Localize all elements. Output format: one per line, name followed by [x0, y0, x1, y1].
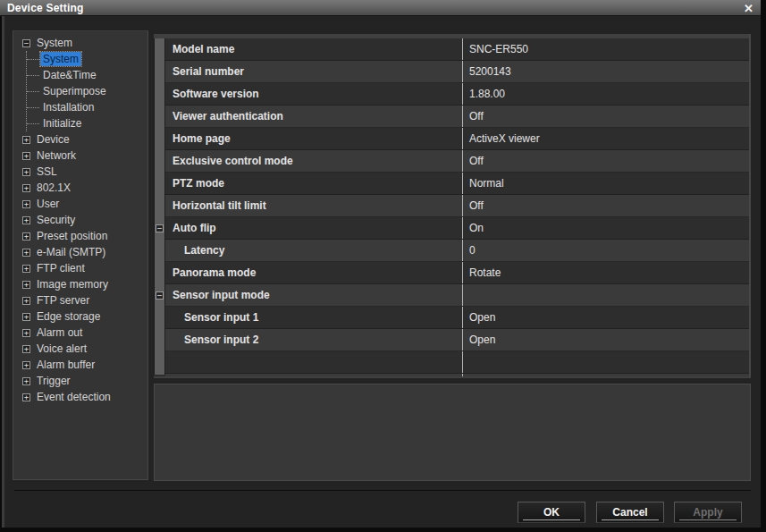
description-panel: [154, 384, 751, 481]
tree-item-label: SSL: [37, 165, 57, 178]
bottom-divider: [14, 490, 751, 491]
tree-item-system[interactable]: −System: [13, 35, 147, 51]
property-grid-gutter: [154, 38, 165, 375]
expand-icon[interactable]: +: [22, 329, 30, 337]
collapse-icon[interactable]: −: [156, 224, 164, 232]
expand-icon[interactable]: +: [22, 249, 30, 257]
tree-item-voice-alert[interactable]: +Voice alert: [13, 341, 147, 357]
tree-item-ssl[interactable]: +SSL: [13, 164, 147, 180]
close-icon[interactable]: ✕: [744, 0, 753, 16]
tree-subitem-initialize[interactable]: Initialize: [27, 115, 147, 131]
property-label: Exclusive control mode: [165, 150, 462, 172]
window-title: Device Setting: [7, 2, 84, 14]
tree-item-network[interactable]: +Network: [13, 148, 147, 164]
window-frame-left: [2, 16, 4, 528]
tree-item-image-memory[interactable]: +Image memory: [13, 276, 147, 292]
tree-item-trigger[interactable]: +Trigger: [13, 373, 147, 389]
property-value[interactable]: Open: [462, 307, 749, 328]
property-row-serial-number: Serial number5200143: [165, 61, 749, 83]
settings-tree: −SystemSystemDate&TimeSuperimposeInstall…: [13, 30, 148, 480]
expand-icon[interactable]: +: [22, 281, 30, 289]
property-label: Software version: [165, 83, 462, 105]
tree-item-label: Network: [37, 149, 76, 162]
property-row-empty: [165, 374, 749, 376]
property-row-latency: Latency0: [165, 240, 749, 262]
tree-subitem-label: Initialize: [40, 116, 84, 131]
expand-icon[interactable]: +: [22, 345, 30, 353]
tree-item-ftp-client[interactable]: +FTP client: [13, 260, 147, 276]
property-row-software-version: Software version1.88.00: [165, 83, 749, 106]
tree-item-label: Device: [37, 133, 70, 146]
expand-icon[interactable]: +: [22, 216, 30, 224]
expand-icon[interactable]: +: [22, 168, 30, 176]
tree-item-event-detection[interactable]: +Event detection: [13, 389, 147, 405]
apply-button[interactable]: Apply: [674, 502, 742, 523]
cancel-button[interactable]: Cancel: [596, 502, 664, 523]
tree-item-ftp-server[interactable]: +FTP server: [13, 292, 147, 308]
tree-subitem-superimpose[interactable]: Superimpose: [27, 83, 147, 99]
collapse-icon[interactable]: −: [156, 291, 164, 300]
property-value[interactable]: 1.88.00: [462, 83, 749, 105]
property-value[interactable]: Off: [462, 195, 749, 216]
tree-subitem-installation[interactable]: Installation: [27, 99, 147, 115]
property-value[interactable]: 0: [462, 240, 749, 261]
property-value[interactable]: ActiveX viewer: [462, 128, 749, 149]
property-row-horizontal-tilt-limit: Horizontal tilt limitOff: [165, 195, 749, 217]
tree-item-user[interactable]: +User: [13, 196, 147, 212]
tree-item-edge-storage[interactable]: +Edge storage: [13, 308, 147, 325]
property-value[interactable]: [462, 284, 749, 306]
property-label: Model name: [165, 38, 462, 60]
property-value[interactable]: Off: [462, 150, 749, 172]
expand-icon[interactable]: +: [22, 232, 30, 241]
tree-item-preset-position[interactable]: +Preset position: [13, 228, 147, 244]
ok-button[interactable]: OK: [518, 502, 585, 523]
property-label: Sensor input 1: [165, 307, 462, 328]
tree-subitem-label: Superimpose: [40, 84, 109, 98]
expand-icon[interactable]: +: [22, 265, 30, 273]
property-value[interactable]: SNC-ER550: [462, 38, 749, 60]
tree-item-alarm-buffer[interactable]: +Alarm buffer: [13, 357, 147, 373]
property-label: [165, 374, 462, 376]
tree-item-label: Preset position: [37, 230, 107, 242]
property-row-empty: [165, 351, 749, 374]
expand-icon[interactable]: +: [22, 393, 30, 401]
expand-icon[interactable]: +: [22, 313, 30, 321]
property-label: Latency: [165, 240, 462, 261]
tree-item-security[interactable]: +Security: [13, 212, 147, 228]
tree-subitem-date-time[interactable]: Date&Time: [27, 67, 147, 83]
expand-icon[interactable]: +: [22, 184, 30, 192]
tree-item-e-mail-smtp[interactable]: +e-Mail (SMTP): [13, 244, 147, 260]
expand-icon[interactable]: +: [22, 200, 30, 208]
property-row-sensor-input-mode: Sensor input mode: [165, 284, 749, 307]
tree-item-device[interactable]: +Device: [13, 131, 147, 148]
property-value: [462, 351, 749, 373]
property-value[interactable]: Off: [462, 106, 749, 127]
collapse-icon[interactable]: −: [22, 39, 30, 47]
property-value[interactable]: 5200143: [462, 61, 749, 82]
tree-item-802-1x[interactable]: +802.1X: [13, 180, 147, 196]
title-bar[interactable]: Device Setting ✕: [0, 0, 766, 16]
tree-item-label: Voice alert: [37, 342, 87, 355]
property-label: Viewer authentication: [165, 106, 462, 127]
property-row-home-page: Home pageActiveX viewer: [165, 128, 749, 150]
tree-item-label: Trigger: [37, 375, 71, 387]
tree-item-label: Alarm out: [37, 326, 82, 339]
tree-item-label: User: [37, 198, 59, 210]
window-frame-right: [761, 0, 766, 532]
property-value[interactable]: Rotate: [462, 262, 749, 283]
tree-item-alarm-out[interactable]: +Alarm out: [13, 325, 147, 341]
expand-icon[interactable]: +: [22, 297, 30, 305]
expand-icon[interactable]: +: [22, 152, 30, 160]
property-row-model-name: Model nameSNC-ER550: [165, 38, 749, 61]
tree-subitem-system[interactable]: System: [27, 51, 147, 67]
tree-subitem-label: Date&Time: [40, 68, 99, 82]
property-label: Sensor input 2: [165, 329, 462, 350]
property-value[interactable]: Normal: [462, 173, 749, 194]
tree-item-label: System: [37, 37, 72, 49]
tree-item-label: Alarm buffer: [37, 359, 95, 371]
expand-icon[interactable]: +: [22, 361, 30, 369]
expand-icon[interactable]: +: [22, 136, 30, 144]
property-value[interactable]: Open: [462, 329, 749, 350]
property-value[interactable]: On: [462, 217, 749, 239]
expand-icon[interactable]: +: [22, 377, 30, 385]
